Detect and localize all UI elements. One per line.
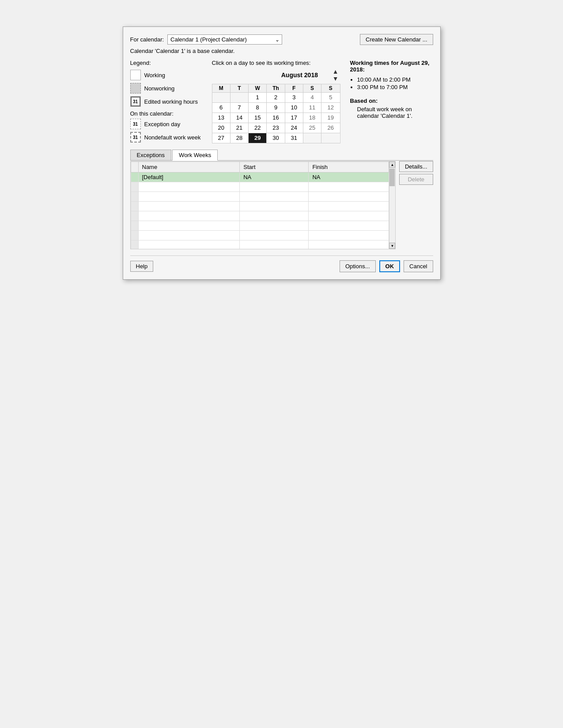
row-name-6[interactable] [138,221,240,231]
row-start-4 [240,202,309,211]
cal-cell-18[interactable]: 18 [303,113,321,123]
cal-cell-empty-1 [212,93,230,102]
table-col-name: Name [138,162,240,173]
cal-cell-7[interactable]: 7 [230,103,249,113]
row-finish-1: NA [309,173,389,182]
table-scrollbar[interactable]: ▲ ▼ [389,161,395,249]
cal-cell-31[interactable]: 31 [285,133,303,143]
row-start-8 [240,240,309,249]
cal-cell-13[interactable]: 13 [212,113,230,123]
table-row[interactable] [131,192,389,202]
calendar-header-row: M T W Th F S S [212,84,340,93]
legend-item-edited: 31 Edited working hours [130,96,203,107]
working-time-2: 3:00 PM to 7:00 PM [357,84,433,90]
details-button[interactable]: Details... [399,161,433,172]
cal-cell-12[interactable]: 12 [321,103,340,113]
cal-cell-27[interactable]: 27 [212,133,230,143]
row-name-7[interactable] [138,231,240,240]
calendar-down-button[interactable]: ▼ [331,75,340,82]
table-row[interactable] [131,240,389,249]
table-row[interactable]: [Default] NA NA [131,173,389,182]
create-new-calendar-button[interactable]: Create New Calendar ... [360,34,433,45]
cancel-button[interactable]: Cancel [404,260,433,272]
cal-cell-21[interactable]: 21 [230,123,249,133]
cal-cell-empty-4 [321,133,340,143]
table-row[interactable] [131,221,389,231]
main-area: Legend: Working Nonworking 31 Edited wor… [130,60,433,145]
cal-week-4: 20 21 22 23 24 25 26 [212,123,340,133]
row-start-1: NA [240,173,309,182]
cal-cell-6[interactable]: 6 [212,103,230,113]
cal-cell-19[interactable]: 19 [321,113,340,123]
row-name-3[interactable] [138,192,240,202]
legend-item-exception: 31 Exception day [130,119,203,129]
row-name-1[interactable]: [Default] [138,173,240,182]
cal-cell-15[interactable]: 15 [249,113,267,123]
tab-exceptions[interactable]: Exceptions [130,150,172,160]
row-name-4[interactable] [138,202,240,211]
legend-exception-label: Exception day [144,121,181,128]
cal-cell-25[interactable]: 25 [303,123,321,133]
row-indicator-1 [131,173,138,182]
table-row[interactable] [131,182,389,192]
calendar-up-button[interactable]: ▲ [331,68,340,75]
cal-week-5: 27 28 29 30 31 [212,133,340,143]
cal-cell-20[interactable]: 20 [212,123,230,133]
cal-cell-17[interactable]: 17 [285,113,303,123]
ok-button[interactable]: OK [379,260,401,272]
cal-cell-9[interactable]: 9 [267,103,285,113]
cal-header-sun: S [321,84,340,92]
for-calendar-label: For calendar: [130,36,164,43]
cal-cell-16[interactable]: 16 [267,113,285,123]
cal-cell-1[interactable]: 1 [249,93,267,102]
cal-cell-3[interactable]: 3 [285,93,303,102]
cal-cell-28[interactable]: 28 [230,133,249,143]
cal-cell-14[interactable]: 14 [230,113,249,123]
calendar-dialog: For calendar: Calendar 1 (Project Calend… [123,26,441,280]
table-container: Name Start Finish [Default] NA NA [130,161,396,249]
cal-cell-23[interactable]: 23 [267,123,285,133]
cal-cell-10[interactable]: 10 [285,103,303,113]
help-button[interactable]: Help [130,261,154,272]
table-scroll-inner: Name Start Finish [Default] NA NA [131,161,389,249]
table-row[interactable] [131,231,389,240]
cal-cell-11[interactable]: 11 [303,103,321,113]
scroll-up-arrow[interactable]: ▲ [389,161,395,168]
cal-cell-29[interactable]: 29 [249,133,267,143]
cal-cell-24[interactable]: 24 [285,123,303,133]
base-calendar-note: Calendar 'Calendar 1' is a base calendar… [130,48,433,54]
scroll-thumb[interactable] [389,169,395,186]
row-name-8[interactable] [138,240,240,249]
cal-header-fri: F [285,84,303,92]
scroll-down-arrow[interactable]: ▼ [389,243,395,249]
bottom-bar: Help Options... OK Cancel [130,255,433,272]
working-times-title: Working times for August 29, 2018: [350,60,433,73]
row-name-5[interactable] [138,211,240,221]
legend-nondefault-icon: 31 [130,132,141,143]
row-finish-3 [309,192,389,202]
cal-cell-4[interactable]: 4 [303,93,321,102]
cal-cell-empty-2 [230,93,249,102]
options-button[interactable]: Options... [340,260,376,272]
cal-week-1: 1 2 3 4 5 [212,93,340,103]
table-row[interactable] [131,202,389,211]
calendar-select-wrapper[interactable]: Calendar 1 (Project Calendar) [167,34,282,45]
calendar-select[interactable]: Calendar 1 (Project Calendar) [167,34,282,45]
row-indicator-2 [131,182,138,192]
cal-cell-8[interactable]: 8 [249,103,267,113]
row-indicator-6 [131,221,138,231]
legend-nonworking-label: Nonworking [144,85,175,92]
row-start-7 [240,231,309,240]
table-row[interactable] [131,211,389,221]
cal-cell-30[interactable]: 30 [267,133,285,143]
delete-button[interactable]: Delete [399,174,433,185]
legend-item-working: Working [130,70,203,80]
cal-cell-22[interactable]: 22 [249,123,267,133]
legend-exception-icon: 31 [130,119,141,129]
cal-cell-2[interactable]: 2 [267,93,285,102]
tab-work-weeks[interactable]: Work Weeks [172,150,218,161]
cal-cell-26[interactable]: 26 [321,123,340,133]
cal-cell-5[interactable]: 5 [321,93,340,102]
legend-edited-label: Edited working hours [144,98,198,105]
row-name-2[interactable] [138,182,240,192]
